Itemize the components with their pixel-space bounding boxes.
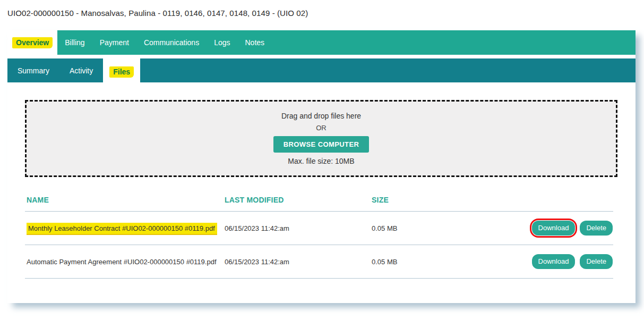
subtab-files[interactable]: Files (103, 58, 140, 86)
tab-communications-label: Communications (144, 38, 199, 47)
file-name: Automatic Payment Agreement #UIO02-00000… (27, 258, 225, 266)
file-actions: Download Delete (532, 221, 613, 236)
subtab-activity-label: Activity (70, 66, 93, 75)
file-name-highlighted: Monthly Leaseholder Contract #UIO02-0000… (27, 223, 217, 235)
tab-logs[interactable]: Logs (207, 30, 237, 55)
tab-billing[interactable]: Billing (57, 30, 92, 55)
browse-computer-button[interactable]: BROWSE COMPUTER (273, 136, 370, 153)
column-header-size: SIZE (372, 196, 613, 204)
files-table: NAME LAST MODIFIED SIZE Monthly Leasehol… (25, 193, 613, 279)
tab-logs-label: Logs (214, 38, 230, 47)
download-button[interactable]: Download (532, 221, 576, 236)
file-name: Monthly Leaseholder Contract #UIO02-0000… (27, 224, 225, 232)
download-button[interactable]: Download (532, 254, 576, 269)
max-file-size-text: Max. file size: 10MB (288, 157, 354, 165)
table-row: Automatic Payment Agreement #UIO02-00000… (25, 245, 613, 279)
dropzone-or-text: OR (316, 124, 327, 132)
table-row: Monthly Leaseholder Contract #UIO02-0000… (25, 212, 613, 245)
file-size: 0.05 MB (372, 224, 532, 232)
file-last-modified: 06/15/2023 11:42:am (225, 224, 372, 232)
main-tab-bar: Overview Billing Payment Communications … (7, 30, 636, 55)
subtab-summary[interactable]: Summary (7, 58, 59, 82)
content-card: Overview Billing Payment Communications … (7, 30, 636, 303)
column-header-name: NAME (27, 196, 225, 204)
subtab-files-label: Files (109, 66, 134, 78)
tab-notes[interactable]: Notes (238, 30, 272, 55)
files-table-header: NAME LAST MODIFIED SIZE (25, 193, 613, 212)
dropzone-instruction: Drag and drop files here (281, 112, 361, 120)
tab-payment-label: Payment (100, 38, 129, 47)
tab-communications[interactable]: Communications (136, 30, 207, 55)
tab-notes-label: Notes (245, 38, 265, 47)
tab-overview[interactable]: Overview (7, 30, 57, 55)
subtab-activity[interactable]: Activity (59, 58, 103, 82)
file-size: 0.05 MB (372, 258, 532, 266)
subtab-summary-label: Summary (18, 66, 49, 75)
delete-button[interactable]: Delete (580, 221, 613, 236)
page-title: UIO02-000000150 - Manosalvas, Paulina - … (7, 9, 308, 18)
column-header-last-modified: LAST MODIFIED (225, 196, 372, 204)
tab-payment[interactable]: Payment (92, 30, 136, 55)
file-last-modified: 06/15/2023 11:42:am (225, 258, 372, 266)
file-actions: Download Delete (532, 254, 613, 269)
tab-overview-label: Overview (12, 37, 53, 48)
file-dropzone[interactable]: Drag and drop files here OR BROWSE COMPU… (25, 100, 617, 177)
sub-tab-bar: Summary Activity Files (7, 58, 636, 82)
tab-bar-divider (7, 55, 636, 58)
tab-billing-label: Billing (65, 38, 84, 47)
delete-button[interactable]: Delete (580, 254, 613, 269)
